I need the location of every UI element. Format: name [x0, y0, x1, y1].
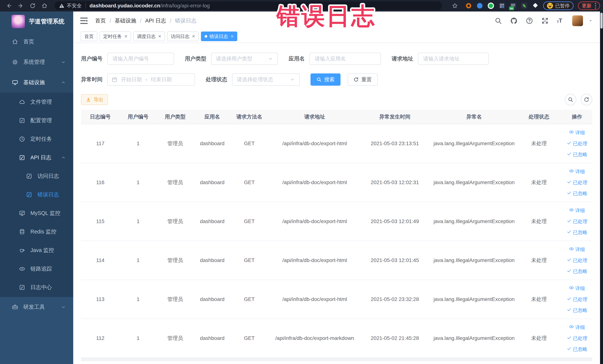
- row-action-label: 详细: [575, 324, 585, 331]
- search-button[interactable]: 搜索: [311, 73, 340, 86]
- check-icon: [567, 346, 571, 352]
- sidebar-item-4[interactable]: 配置管理: [0, 111, 73, 130]
- row-action-已处理[interactable]: 已处理: [567, 179, 587, 186]
- table-row: 1161管理员dashboardGET/api/infra/db-doc/exp…: [81, 163, 592, 202]
- extensions-puzzle-icon[interactable]: [532, 2, 539, 9]
- chevron-down-icon[interactable]: [588, 18, 593, 23]
- address-bar[interactable]: 不安全 dashboard.yudao.iocoder.cn/infra/log…: [55, 1, 442, 10]
- sidebar-item-1[interactable]: 系统管理: [0, 52, 73, 72]
- row-action-已处理[interactable]: 已处理: [567, 296, 587, 303]
- tab-0[interactable]: 首页: [81, 32, 97, 41]
- ext-blue-shield-icon[interactable]: [476, 2, 483, 9]
- tab-3[interactable]: 访问日志×: [167, 32, 199, 41]
- update-chip[interactable]: 更新: [578, 1, 600, 10]
- close-icon[interactable]: ×: [231, 34, 233, 39]
- breadcrumb-item[interactable]: API 日志: [145, 17, 166, 24]
- user-id-input[interactable]: [107, 53, 174, 65]
- sidebar-item-9[interactable]: MySQL 监控: [0, 204, 73, 223]
- row-action-详细[interactable]: 详细: [569, 285, 585, 292]
- sidebar-item-12[interactable]: 链路追踪: [0, 260, 73, 278]
- toggle-search-icon[interactable]: [565, 94, 576, 105]
- row-action-详细[interactable]: 详细: [569, 129, 585, 136]
- sidebar-item-10[interactable]: Redis 监控: [0, 223, 73, 241]
- tab-label: 访问日志: [171, 33, 189, 39]
- address-divider: [85, 3, 86, 9]
- row-action-已忽略[interactable]: 已忽略: [567, 268, 587, 275]
- close-icon[interactable]: ×: [124, 34, 127, 39]
- sidebar-item-2[interactable]: 基础设施: [0, 72, 73, 93]
- sidebar-item-0[interactable]: 首页: [0, 32, 73, 52]
- cell-user_id: 1: [120, 179, 157, 186]
- sidebar-item-13[interactable]: 日志中心: [0, 278, 73, 297]
- request-url-input[interactable]: [418, 53, 489, 65]
- row-action-已处理[interactable]: 已处理: [567, 140, 587, 147]
- breadcrumb-item[interactable]: 基础设施: [115, 17, 136, 24]
- exception-time-range-picker[interactable]: 开始日期 - 结束日期: [107, 73, 195, 86]
- filter-row-1: 用户编号 用户类型 请选择用户类型 应用名: [81, 53, 592, 65]
- help-icon[interactable]: [525, 17, 533, 25]
- tab-2[interactable]: 调度日志×: [133, 32, 165, 41]
- bookmark-star-icon[interactable]: [451, 2, 459, 10]
- status-select[interactable]: 请选择处理状态: [232, 73, 300, 86]
- back-icon[interactable]: [5, 2, 13, 10]
- row-action-已处理[interactable]: 已处理: [567, 335, 587, 341]
- sidebar-item-6[interactable]: API 日志: [0, 148, 73, 167]
- github-icon[interactable]: [510, 17, 518, 25]
- avatar[interactable]: [572, 15, 583, 26]
- app-name-input[interactable]: [310, 53, 381, 65]
- tab-1[interactable]: 定时任务×: [100, 32, 131, 41]
- ext-leaf-icon[interactable]: [521, 2, 528, 9]
- row-action-详细[interactable]: 详细: [569, 246, 585, 253]
- page-scrollbar[interactable]: [600, 12, 603, 364]
- browser-menu-icon[interactable]: [595, 3, 596, 9]
- row-action-已忽略[interactable]: 已忽略: [567, 307, 587, 314]
- forward-icon[interactable]: [17, 2, 24, 10]
- row-action-已忽略[interactable]: 已忽略: [567, 346, 587, 352]
- url-host: dashboard.yudao.iocoder.cn: [90, 3, 160, 9]
- column-header: 用户类型: [157, 113, 194, 120]
- reload-icon[interactable]: [29, 2, 36, 10]
- breadcrumb-item[interactable]: 首页: [95, 17, 106, 24]
- row-action-已忽略[interactable]: 已忽略: [567, 229, 587, 236]
- sidebar-item-11[interactable]: Java 监控: [0, 241, 73, 260]
- row-action-已处理[interactable]: 已处理: [567, 218, 587, 225]
- sidebar-item-8[interactable]: 错误日志: [0, 186, 73, 204]
- row-action-已处理[interactable]: 已处理: [567, 257, 587, 264]
- sidebar-collapse-icon[interactable]: [80, 18, 88, 24]
- tab-4[interactable]: 错误日志×: [201, 32, 237, 41]
- ext-on-switch-icon[interactable]: on: [510, 2, 516, 9]
- cell-method: GET: [231, 335, 268, 341]
- close-icon[interactable]: ×: [158, 34, 161, 39]
- font-size-icon[interactable]: TT: [557, 17, 564, 25]
- check-icon: [567, 229, 571, 235]
- check-icon: [567, 179, 571, 186]
- chart-icon: [19, 210, 25, 216]
- search-icon[interactable]: [494, 17, 502, 25]
- logo-row[interactable]: 芋道管理系统: [0, 12, 73, 32]
- sidebar-item-5[interactable]: 定时任务: [0, 130, 73, 148]
- row-action-已忽略[interactable]: 已忽略: [567, 190, 587, 197]
- ext-orange-ring-icon[interactable]: [465, 2, 472, 9]
- fullscreen-icon[interactable]: [541, 17, 549, 25]
- user-type-select[interactable]: 请选择用户类型: [211, 53, 278, 65]
- close-icon[interactable]: ×: [192, 34, 195, 39]
- sidebar-item-label: Java 监控: [30, 247, 54, 254]
- sidebar-item-3[interactable]: 文件管理: [0, 93, 73, 111]
- row-action-已忽略[interactable]: 已忽略: [567, 151, 587, 158]
- row-action-详细[interactable]: 详细: [569, 324, 585, 331]
- row-action-详细[interactable]: 详细: [569, 207, 585, 214]
- sidebar-item-14[interactable]: 研发工具: [0, 297, 73, 317]
- ext-green-circle-icon[interactable]: [487, 2, 494, 9]
- home-icon[interactable]: [41, 2, 48, 10]
- eye-icon: [569, 285, 574, 292]
- export-button[interactable]: 导出: [81, 94, 108, 105]
- scrollbar-thumb[interactable]: [600, 13, 603, 29]
- paused-chip[interactable]: 已暂停: [543, 1, 574, 10]
- row-action-详细[interactable]: 详细: [569, 168, 585, 175]
- ext-grid-icon[interactable]: [499, 2, 505, 9]
- refresh-icon[interactable]: [581, 94, 592, 105]
- reset-button[interactable]: 重置: [348, 73, 378, 86]
- coffee-icon: [19, 247, 25, 254]
- sidebar-item-7[interactable]: 访问日志: [0, 167, 73, 186]
- cell-actions: 详细已处理已忽略: [558, 246, 596, 275]
